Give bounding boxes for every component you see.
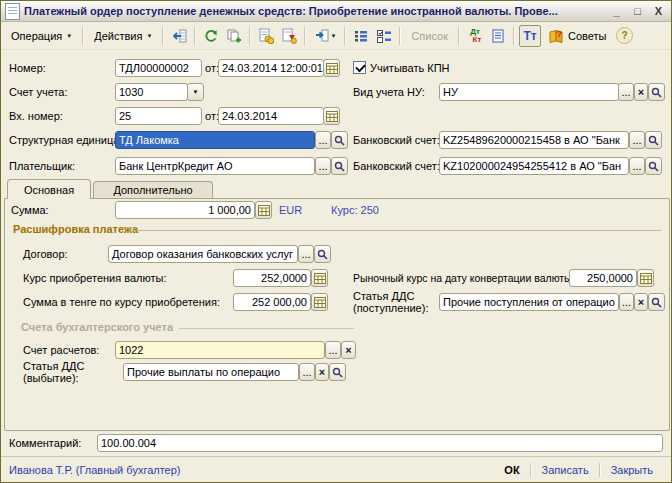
bank-account1-field[interactable]: KZ25489620000215458 в АО "Банк: [439, 131, 629, 149]
number-field[interactable]: ТДЛ00000002: [115, 59, 202, 77]
dds-out-field[interactable]: Прочие выплаты по операцио: [123, 363, 299, 381]
settlement-account-select-button[interactable]: ...: [325, 341, 341, 359]
description-toggle-button[interactable]: Тт: [519, 25, 541, 47]
calculator-icon: [258, 205, 270, 216]
number-date-label: от:: [205, 62, 219, 74]
bank-account2-open-button[interactable]: [645, 157, 662, 175]
ok-button[interactable]: ОК: [494, 464, 529, 476]
settlement-account-clear-button[interactable]: ×: [341, 341, 356, 359]
list-icon: [353, 28, 369, 44]
purchase-rate-calc-button[interactable]: [311, 269, 328, 287]
list-settings-button[interactable]: [373, 25, 395, 47]
amount-field[interactable]: 1 000,00: [115, 201, 255, 219]
operation-menu-button[interactable]: Операция ▼: [5, 27, 78, 45]
help-icon: ?: [616, 27, 633, 44]
unpost-document-button[interactable]: [278, 25, 300, 47]
structural-unit-field[interactable]: ТД Лакомка: [115, 131, 315, 149]
market-rate-calc-button[interactable]: [637, 269, 654, 287]
dds-out-clear-button[interactable]: ×: [315, 363, 329, 381]
dds-in-label-line2: (поступление):: [353, 302, 428, 314]
incoming-date-field[interactable]: 24.03.2014: [218, 107, 324, 125]
tab-main[interactable]: Основная: [7, 179, 91, 199]
bank-account2-field[interactable]: KZ102000024954255412 в АО "Бан: [439, 157, 629, 175]
structure-button[interactable]: [350, 25, 372, 47]
tab-additional[interactable]: Дополнительно: [93, 181, 213, 198]
list-view-button[interactable]: Список: [405, 30, 454, 42]
nu-kind-open-button[interactable]: [648, 83, 665, 101]
market-rate-label: Рыночный курс на дату конвертации валюты…: [353, 272, 575, 284]
magnifier-icon: [648, 161, 659, 172]
advice-button[interactable]: ? Советы: [542, 25, 612, 47]
actions-menu-label: Действия: [94, 30, 142, 42]
toolbar-separator: [513, 27, 515, 45]
save-document-button[interactable]: [168, 25, 190, 47]
purchase-rate-field[interactable]: 252,0000: [233, 269, 311, 287]
close-button[interactable]: X: [650, 5, 667, 17]
number-date-calendar-button[interactable]: [323, 59, 340, 77]
advice-label: Советы: [568, 30, 606, 42]
structural-unit-label: Структурная единица:: [9, 134, 122, 146]
structural-unit-select-button[interactable]: ...: [315, 131, 331, 149]
dds-out-select-button[interactable]: ...: [299, 363, 315, 381]
structural-unit-open-button[interactable]: [331, 131, 348, 149]
bank-account1-select-button[interactable]: ...: [629, 131, 645, 149]
dds-out-open-button[interactable]: [329, 363, 346, 381]
payer-select-button[interactable]: ...: [315, 157, 331, 175]
check-icon: [355, 62, 366, 73]
incoming-number-field[interactable]: 25: [115, 107, 202, 125]
kpn-checkbox[interactable]: [353, 61, 366, 74]
dds-in-select-button[interactable]: ...: [619, 293, 634, 311]
settlement-account-label: Счет расчетов:: [23, 344, 99, 356]
account-dropdown-button[interactable]: ▼: [187, 83, 204, 101]
dds-in-field[interactable]: Прочие поступления от операцио: [439, 293, 619, 311]
nu-kind-field[interactable]: НУ: [439, 83, 619, 101]
incoming-date-calendar-button[interactable]: [323, 107, 340, 125]
comment-field[interactable]: 100.00.004: [97, 434, 663, 452]
calendar-icon: [326, 111, 338, 122]
write-button[interactable]: Записать: [532, 464, 599, 476]
toolbar-separator: [82, 27, 84, 45]
nu-kind-clear-button[interactable]: ×: [634, 83, 648, 101]
tenge-amount-calc-button[interactable]: [311, 293, 328, 311]
contract-select-button[interactable]: ...: [298, 245, 314, 263]
market-rate-field[interactable]: 250,0000: [569, 269, 637, 287]
posting-result-button[interactable]: ДтКт: [464, 25, 486, 47]
contract-open-button[interactable]: [314, 245, 331, 263]
chevron-down-icon: ▼: [146, 33, 152, 39]
dtkt-icon: ДтКт: [469, 28, 482, 44]
toolbar-separator: [458, 27, 460, 45]
titlebar: Платежный ордер поступление денежных сре…: [1, 1, 671, 22]
chevron-down-icon: ▼: [193, 87, 199, 97]
account-combo-field[interactable]: 1030: [115, 83, 188, 101]
close-form-button[interactable]: Закрыть: [601, 464, 663, 476]
output-button[interactable]: ▼: [310, 25, 340, 47]
maximize-button[interactable]: □: [629, 5, 646, 17]
settlement-account-field[interactable]: 1022: [115, 341, 325, 359]
magnifier-icon: [651, 87, 662, 98]
help-button[interactable]: ?: [613, 25, 635, 47]
copy-button[interactable]: [223, 25, 245, 47]
dds-in-clear-button[interactable]: ×: [634, 293, 648, 311]
contract-field[interactable]: Договор оказания банковских услуг: [108, 245, 298, 263]
bank-account2-select-button[interactable]: ...: [629, 157, 645, 175]
payer-field[interactable]: Банк ЦентрКредит АО: [115, 157, 315, 175]
amount-calc-button[interactable]: [255, 201, 272, 219]
tenge-amount-field[interactable]: 252 000,00: [233, 293, 311, 311]
nu-kind-select-button[interactable]: ...: [618, 83, 634, 101]
bank-account1-open-button[interactable]: [645, 131, 662, 149]
rate-info-label: Курс: 250: [331, 204, 379, 216]
dds-in-open-button[interactable]: [648, 293, 665, 311]
number-date-field[interactable]: 24.03.2014 12:00:01: [218, 59, 324, 77]
amount-label: Сумма:: [11, 204, 49, 216]
operation-menu-label: Операция: [11, 30, 62, 42]
currency-label: EUR: [279, 204, 302, 216]
refresh-icon: [203, 28, 219, 44]
refresh-button[interactable]: [200, 25, 222, 47]
minimize-button[interactable]: _: [608, 5, 625, 17]
post-document-button[interactable]: [255, 25, 277, 47]
actions-menu-button[interactable]: Действия ▼: [88, 27, 158, 45]
journal-button[interactable]: [487, 25, 509, 47]
payer-open-button[interactable]: [331, 157, 348, 175]
accounting-accounts-header: Счета бухгалтерского учета: [21, 321, 173, 333]
payer-label: Плательщик:: [9, 160, 75, 172]
